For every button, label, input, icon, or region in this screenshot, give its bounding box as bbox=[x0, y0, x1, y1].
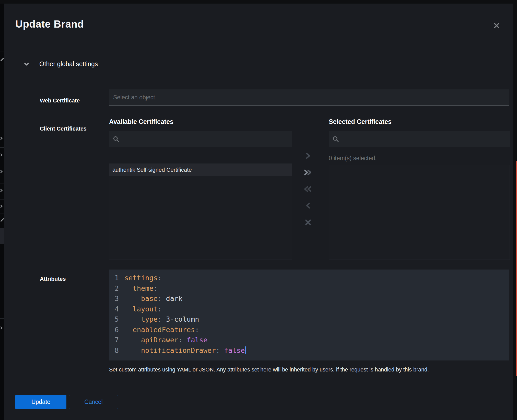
available-certificates-header: Available Certificates bbox=[109, 118, 173, 125]
search-icon bbox=[113, 136, 120, 143]
line-number: 5 bbox=[113, 314, 119, 325]
code-line: 8 notificationDrawer: false bbox=[113, 345, 509, 356]
chevron-right-icon bbox=[0, 189, 3, 192]
selected-row-fragment bbox=[0, 228, 4, 244]
close-button[interactable] bbox=[491, 20, 502, 31]
selected-certificates-list[interactable] bbox=[329, 165, 510, 260]
available-search-input[interactable] bbox=[123, 136, 289, 143]
row-divider bbox=[0, 164, 4, 164]
code-line: 5 type: 3-column bbox=[113, 314, 509, 325]
times-icon bbox=[493, 22, 500, 29]
chevron-right-icon bbox=[0, 153, 3, 157]
add-all-button[interactable] bbox=[302, 168, 314, 177]
double-angle-right-icon bbox=[303, 169, 313, 176]
line-number: 7 bbox=[113, 335, 119, 345]
screen: Update Brand Other global settings Web C… bbox=[0, 0, 517, 420]
attributes-help-text: Set custom attributes using YAML or JSON… bbox=[109, 367, 497, 373]
modal-title: Update Brand bbox=[15, 18, 84, 30]
update-button[interactable]: Update bbox=[15, 395, 66, 409]
code-line: 7 apiDrawer: false bbox=[113, 335, 509, 345]
chevron-down-icon bbox=[24, 61, 30, 67]
available-search-box bbox=[109, 131, 292, 147]
client-certificates-label: Client Certificates bbox=[40, 126, 87, 132]
selected-search-box bbox=[329, 131, 510, 147]
selected-certificates-header: Selected Certificates bbox=[329, 118, 392, 125]
chevron-right-icon bbox=[0, 326, 3, 330]
attributes-label: Attributes bbox=[40, 276, 66, 282]
code-line: 1settings: bbox=[113, 273, 509, 283]
selected-count-status: 0 item(s) selected. bbox=[329, 155, 377, 162]
code-line: 2 theme: bbox=[113, 283, 509, 294]
web-certificate-label: Web Certificate bbox=[40, 98, 80, 104]
available-certificates-list[interactable]: authentik Self-signed Certificate bbox=[109, 164, 292, 260]
section-toggle-other-global-settings[interactable]: Other global settings bbox=[24, 60, 98, 68]
angle-left-icon bbox=[305, 202, 311, 209]
double-angle-left-icon bbox=[303, 185, 313, 193]
check-icon bbox=[0, 218, 4, 222]
search-icon bbox=[332, 136, 339, 143]
line-number: 3 bbox=[113, 294, 119, 304]
cancel-button[interactable]: Cancel bbox=[69, 395, 118, 409]
line-number: 4 bbox=[113, 304, 119, 314]
remove-all-button[interactable] bbox=[302, 184, 314, 194]
dual-list-transfer-controls bbox=[300, 151, 316, 227]
web-certificate-input[interactable] bbox=[109, 89, 509, 106]
attributes-code-editor[interactable]: 1settings:2 theme:3 base: dark4 layout:5… bbox=[109, 270, 509, 360]
angle-right-icon bbox=[305, 152, 311, 160]
code-line: 4 layout: bbox=[113, 304, 509, 314]
chevron-right-icon bbox=[0, 205, 3, 208]
check-icon bbox=[0, 58, 4, 62]
selected-search-input[interactable] bbox=[342, 136, 506, 143]
row-divider bbox=[0, 200, 4, 200]
line-number: 6 bbox=[113, 325, 119, 335]
clear-selected-button[interactable] bbox=[302, 218, 314, 227]
remove-selected-button[interactable] bbox=[302, 201, 314, 210]
section-toggle-label: Other global settings bbox=[39, 60, 98, 68]
line-number: 8 bbox=[113, 345, 119, 356]
row-divider bbox=[0, 214, 4, 214]
row-divider bbox=[0, 318, 4, 319]
times-icon bbox=[304, 219, 312, 226]
list-item[interactable]: authentik Self-signed Certificate bbox=[109, 164, 292, 176]
add-selected-button[interactable] bbox=[302, 151, 314, 160]
text-cursor bbox=[245, 346, 246, 354]
row-divider bbox=[0, 147, 4, 148]
line-number: 2 bbox=[113, 283, 119, 294]
line-number: 1 bbox=[113, 273, 119, 283]
background-page-strip bbox=[0, 4, 4, 420]
chevron-right-icon bbox=[0, 170, 3, 173]
code-line: 3 base: dark bbox=[113, 294, 509, 304]
code-line: 6 enabledFeatures: bbox=[113, 325, 509, 335]
row-divider bbox=[0, 183, 4, 183]
update-brand-modal: Update Brand Other global settings Web C… bbox=[4, 4, 513, 420]
chevron-right-icon bbox=[0, 137, 3, 140]
row-divider bbox=[0, 52, 4, 52]
row-divider bbox=[0, 131, 4, 131]
